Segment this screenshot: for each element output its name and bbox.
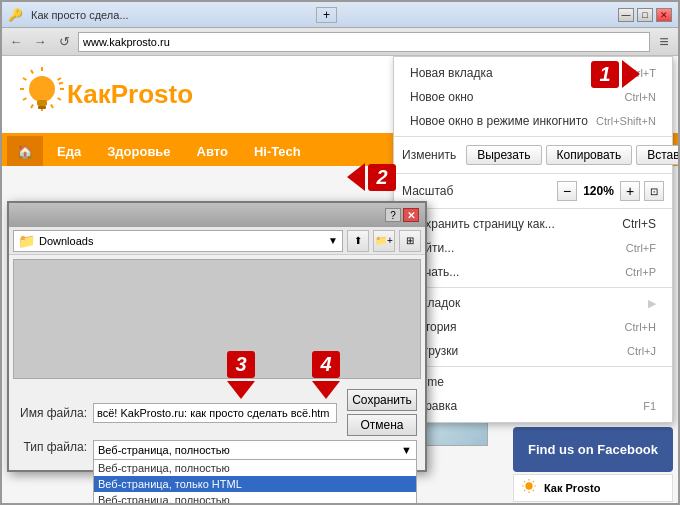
zoom-value: 120% — [581, 184, 616, 198]
cancel-button[interactable]: Отмена — [347, 414, 417, 436]
logo-text: КакProsto — [67, 79, 193, 110]
annotation-1: 1 — [591, 60, 640, 88]
badge-4-number: 4 — [312, 351, 340, 378]
filename-input[interactable] — [93, 403, 337, 423]
badge-3-number: 3 — [227, 351, 255, 378]
facebook-text: Find us on Facebook — [528, 442, 658, 457]
annotation-3: 3 — [227, 351, 255, 399]
close-button[interactable]: ✕ — [656, 8, 672, 22]
page-content: КакProsto 🏠 Еда Здоровье Авто Hi-Tech за… — [2, 56, 678, 505]
badge-2-arrow — [347, 163, 365, 191]
nav-hitech[interactable]: Hi-Tech — [242, 136, 313, 166]
menu-divider-2 — [394, 173, 672, 174]
menu-bookmarks[interactable]: закладок ▶ — [394, 291, 672, 315]
svg-line-4 — [58, 98, 61, 100]
filetype-select[interactable]: Веб-страница, полностью ▼ — [93, 440, 417, 460]
filetype-row: Тип файла: Веб-страница, полностью ▼ Веб… — [17, 440, 417, 460]
maximize-button[interactable]: □ — [637, 8, 653, 22]
dialog-toolbar: 📁 Downloads ▼ ⬆ 📁+ ⊞ — [9, 227, 425, 255]
edit-row: Изменить Вырезать Копировать Вставить — [394, 140, 672, 170]
filetype-option-1[interactable]: Веб-страница, только HTML — [94, 476, 416, 492]
back-button[interactable]: ← — [6, 32, 26, 52]
menu-divider-5 — [394, 366, 672, 367]
new-folder-button[interactable]: 📁+ — [373, 230, 395, 252]
browser-window: 🔑 Как просто сдела... + — □ ✕ ← → ↺ www.… — [0, 0, 680, 505]
annotation-2: 2 — [347, 163, 396, 191]
svg-line-8 — [23, 98, 26, 100]
dropdown-menu: Новая вкладка Ctrl+T Новое окно Ctrl+N Н… — [393, 56, 673, 423]
nav-bar: ← → ↺ www.kakprosto.ru ≡ — [2, 28, 678, 56]
menu-help[interactable]: Справка F1 — [394, 394, 672, 418]
filetype-option-0[interactable]: Веб-страница, полностью — [94, 460, 416, 476]
svg-line-16 — [533, 481, 534, 482]
svg-line-20 — [524, 490, 525, 491]
svg-line-11 — [31, 70, 33, 73]
menu-button[interactable]: ≡ — [654, 32, 674, 52]
menu-downloads[interactable]: Загрузки Ctrl+J — [394, 339, 672, 363]
minimize-button[interactable]: — — [618, 8, 634, 22]
nav-home[interactable]: 🏠 — [7, 136, 43, 166]
tab-label: Как просто сдела... — [31, 9, 312, 21]
dialog-help-button[interactable]: ? — [385, 208, 401, 222]
window-controls: — □ ✕ — [618, 8, 672, 22]
filetype-option-2[interactable]: Веб-страница, полностью — [94, 492, 416, 505]
menu-divider-1 — [394, 136, 672, 137]
folder-combo[interactable]: 📁 Downloads ▼ — [13, 230, 343, 252]
save-dialog: ? ✕ 📁 Downloads ▼ ⬆ 📁+ ⊞ Имя файла: — [7, 201, 427, 472]
svg-line-5 — [51, 105, 53, 108]
footer-kp-label: Как Prosto — [544, 482, 600, 494]
forward-button[interactable]: → — [30, 32, 50, 52]
menu-print[interactable]: Печать... Ctrl+P — [394, 260, 672, 284]
zoom-controls: − 120% + ⊡ — [557, 181, 664, 201]
logo-bulb — [17, 67, 67, 122]
menu-incognito[interactable]: Новое окно в режиме инкогнито Ctrl+Shift… — [394, 109, 672, 133]
svg-line-1 — [59, 81, 63, 85]
menu-save-page[interactable]: Сохранить страницу как... Ctrl+S — [394, 212, 672, 236]
menu-history[interactable]: История Ctrl+H — [394, 315, 672, 339]
filetype-dropdown: Веб-страница, полностью Веб-страница, то… — [93, 460, 417, 505]
nav-auto[interactable]: Авто — [185, 136, 240, 166]
svg-line-22 — [524, 481, 525, 482]
dialog-close-button[interactable]: ✕ — [403, 208, 419, 222]
cut-button[interactable]: Вырезать — [466, 145, 541, 165]
nav-health[interactable]: Здоровье — [95, 136, 182, 166]
annotation-4: 4 — [312, 351, 340, 399]
url-text: www.kakprosto.ru — [83, 36, 170, 48]
zoom-label: Масштаб — [402, 184, 453, 198]
svg-line-10 — [23, 78, 26, 80]
menu-chrome[interactable]: hrome — [394, 370, 672, 394]
menu-divider-3 — [394, 208, 672, 209]
svg-line-7 — [31, 105, 33, 108]
facebook-box[interactable]: Find us on Facebook — [513, 427, 673, 472]
title-bar: 🔑 Как просто сдела... + — □ ✕ — [2, 2, 678, 28]
badge-1-number: 1 — [591, 61, 619, 88]
badge-3-arrow — [227, 381, 255, 399]
filetype-label: Тип файла: — [17, 440, 87, 454]
svg-rect-14 — [38, 106, 46, 109]
refresh-button[interactable]: ↺ — [54, 32, 74, 52]
zoom-plus-button[interactable]: + — [620, 181, 640, 201]
svg-point-12 — [29, 76, 55, 102]
badge-1-arrow — [622, 60, 640, 88]
footer-logo-icon — [519, 478, 539, 498]
view-toggle-button[interactable]: ⊞ — [399, 230, 421, 252]
menu-new-window[interactable]: Новое окно Ctrl+N — [394, 85, 672, 109]
nav-food[interactable]: Еда — [45, 136, 93, 166]
svg-line-18 — [533, 490, 534, 491]
paste-button[interactable]: Вставить — [636, 145, 678, 165]
action-buttons: Сохранить Отмена — [347, 389, 417, 436]
filetype-select-wrapper: Веб-страница, полностью ▼ Веб-страница, … — [93, 440, 417, 460]
save-button[interactable]: Сохранить — [347, 389, 417, 411]
badge-4-arrow — [312, 381, 340, 399]
address-bar[interactable]: www.kakprosto.ru — [78, 32, 650, 52]
nav-up-button[interactable]: ⬆ — [347, 230, 369, 252]
menu-find[interactable]: Найти... Ctrl+F — [394, 236, 672, 260]
zoom-fullscreen-icon[interactable]: ⊡ — [644, 181, 664, 201]
filename-label: Имя файла: — [17, 406, 87, 420]
copy-button[interactable]: Копировать — [546, 145, 633, 165]
zoom-minus-button[interactable]: − — [557, 181, 577, 201]
kakprosto-footer-item: Как Prosto — [513, 474, 673, 502]
dialog-file-area — [13, 259, 421, 379]
dialog-bottom: Имя файла: Сохранить Отмена Тип файла: В… — [9, 383, 425, 470]
dialog-controls: ? ✕ — [385, 208, 419, 222]
